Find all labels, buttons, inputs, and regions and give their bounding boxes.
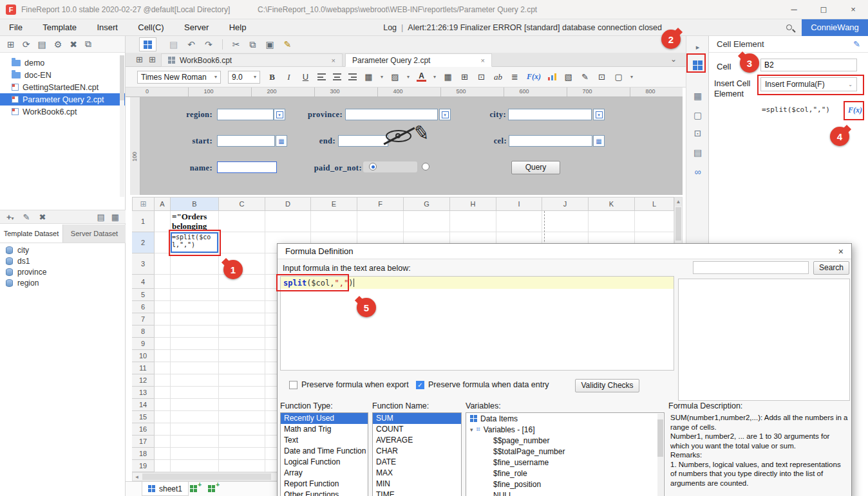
dialog-title-bar[interactable]: Formula Definition × xyxy=(278,244,851,259)
grid-row-header-4[interactable]: 4 xyxy=(132,275,155,289)
menu-file[interactable]: File xyxy=(0,19,32,36)
menu-insert[interactable]: Insert xyxy=(88,19,127,36)
insert-widget-icon[interactable]: ⊡ xyxy=(597,72,607,82)
grid-row-header-1[interactable]: 1 xyxy=(132,211,155,232)
dialog-close-icon[interactable]: × xyxy=(838,246,844,257)
grid-cell-C5[interactable] xyxy=(219,289,265,301)
chevron-down-icon[interactable]: ▾ xyxy=(433,74,436,80)
sheet-tab[interactable]: sheet1 xyxy=(142,482,189,496)
grid-cell-A18[interactable] xyxy=(155,448,171,460)
grid-cell-B4[interactable] xyxy=(171,275,219,289)
edit-dataset-icon[interactable]: ✎ xyxy=(23,212,30,222)
insert-formula-icon[interactable]: F(x) xyxy=(527,72,541,82)
grid-cell-K1[interactable] xyxy=(589,211,635,232)
grid-row-header-10[interactable]: 10 xyxy=(132,350,155,362)
grid-row-header-2[interactable]: 2 xyxy=(132,232,155,253)
tab-workbook6[interactable]: WorkBook6.cpt × xyxy=(161,53,343,67)
variable-item-null[interactable]: NULL xyxy=(466,490,664,496)
paid-radio-false[interactable] xyxy=(422,163,429,170)
font-size-select[interactable]: 9.0▾ xyxy=(228,71,260,84)
grid-col-header-D[interactable]: D xyxy=(265,197,311,211)
grid-cell-A4[interactable] xyxy=(155,275,171,289)
save-icon[interactable]: ▤ xyxy=(169,39,178,50)
grid-cell-B12[interactable] xyxy=(171,374,219,387)
format-painter-icon[interactable]: ✎ xyxy=(284,39,292,50)
grid-cell-A7[interactable] xyxy=(155,313,171,326)
tree-item-parameter-query-2[interactable]: Parameter Query 2.cpt xyxy=(0,93,125,106)
tree-scrollbar[interactable] xyxy=(120,55,124,197)
grid-corner-icon[interactable]: ⊞ xyxy=(132,197,155,211)
menu-template[interactable]: Template xyxy=(33,19,86,36)
chevron-down-icon[interactable]: ▾ xyxy=(381,74,383,80)
cell-attributes-tab-icon[interactable]: ▦ xyxy=(686,87,709,104)
grid-cell-A15[interactable] xyxy=(155,411,171,423)
province-dropdown-button[interactable]: ▾ xyxy=(439,109,451,120)
grid-cell-B17[interactable] xyxy=(171,436,219,448)
grid-cell-C17[interactable] xyxy=(219,436,265,448)
grid-cell-A10[interactable] xyxy=(155,350,171,362)
grid-cell-C8[interactable] xyxy=(219,326,265,338)
close-window-button[interactable]: × xyxy=(838,0,868,19)
grid-row-header-15[interactable]: 15 xyxy=(132,411,155,423)
grid-cell-B6[interactable] xyxy=(171,301,219,313)
dataset-view-icon[interactable]: ▤ xyxy=(97,212,104,222)
grid-row-header-14[interactable]: 14 xyxy=(132,399,155,411)
grid-cell-A11[interactable] xyxy=(155,362,171,374)
copy-icon[interactable]: ⧉ xyxy=(85,39,91,50)
align-left-icon[interactable] xyxy=(317,73,326,80)
finereport-tile-icon[interactable] xyxy=(139,37,156,51)
fill-color-icon[interactable]: ▨ xyxy=(390,72,400,82)
add-sheet-icon[interactable]: + xyxy=(190,485,197,494)
cel-dropdown-button[interactable]: ▦ xyxy=(593,135,605,147)
grid-col-header-I[interactable]: I xyxy=(496,197,542,211)
cell-format-icon[interactable]: ⊡ xyxy=(476,72,486,82)
grid-cell-C14[interactable] xyxy=(219,399,265,411)
menu-server[interactable]: Server xyxy=(175,19,218,36)
tab-parameter-query-2[interactable]: Parameter Query 2.cpt × xyxy=(345,53,492,67)
grid-row-header-6[interactable]: 6 xyxy=(132,301,155,313)
grid-cell-F1[interactable] xyxy=(357,211,404,232)
function-name-char[interactable]: CHAR xyxy=(373,446,461,457)
undo-icon[interactable]: ↶ xyxy=(187,39,195,50)
variables-group[interactable]: ▾⌗Variables - [16] xyxy=(466,424,664,435)
grid-cell-C12[interactable] xyxy=(219,374,265,387)
variable-item-fine_position[interactable]: $fine_position xyxy=(466,479,664,490)
function-type-text[interactable]: Text xyxy=(281,435,368,446)
grid-cell-C18[interactable] xyxy=(219,448,265,460)
grid-cell-D1[interactable] xyxy=(265,211,311,232)
function-name-time[interactable]: TIME xyxy=(373,490,461,496)
tab-template-dataset[interactable]: Template Dataset xyxy=(0,225,62,243)
grid-row-header-12[interactable]: 12 xyxy=(132,374,155,387)
region-input[interactable] xyxy=(217,109,274,120)
grid-row-header-9[interactable]: 9 xyxy=(132,338,155,350)
grid-cell-I1[interactable] xyxy=(496,211,542,232)
variable-item-totalpage_number[interactable]: $$totalPage_number xyxy=(466,446,664,457)
grid-row-header-3[interactable]: 3 xyxy=(132,253,155,275)
tree-expand-icon[interactable]: ▾ xyxy=(470,427,473,433)
cel-input[interactable] xyxy=(509,135,592,147)
log-label[interactable]: Log xyxy=(383,23,397,32)
search-icon[interactable] xyxy=(786,24,792,30)
dataset-item-ds1[interactable]: ds1 xyxy=(0,255,126,266)
grid-row-header-16[interactable]: 16 xyxy=(132,423,155,436)
delete-icon[interactable]: ✖ xyxy=(70,39,77,50)
grid-cell-A6[interactable] xyxy=(155,301,171,313)
scroll-up-icon[interactable]: ▲ xyxy=(675,197,682,207)
collapse-panel-icon[interactable]: ▸ xyxy=(686,39,709,55)
grid-row-header-13[interactable]: 13 xyxy=(132,387,155,399)
grid-cell-B7[interactable] xyxy=(171,313,219,326)
tab-list-icon[interactable]: ⌄ xyxy=(670,55,677,64)
variables-data-items[interactable]: Data Items xyxy=(466,413,664,424)
italic-button[interactable]: I xyxy=(284,72,294,82)
hyperlink-tab-icon[interactable]: ∞ xyxy=(686,163,709,180)
border-icon[interactable]: ▦ xyxy=(364,72,373,82)
name-input[interactable] xyxy=(217,161,277,173)
grid-cell-C4[interactable] xyxy=(219,275,265,289)
close-tab-icon[interactable]: × xyxy=(332,57,335,64)
grid-cell-A1[interactable] xyxy=(155,211,171,232)
insert-chart-icon[interactable] xyxy=(548,73,556,80)
add-dataset-icon[interactable]: +▾ xyxy=(6,212,14,222)
grid-col-header-K[interactable]: K xyxy=(589,197,635,211)
grid-cell-A19[interactable] xyxy=(155,460,171,472)
formula-editor-button[interactable]: F(x) xyxy=(847,103,863,117)
